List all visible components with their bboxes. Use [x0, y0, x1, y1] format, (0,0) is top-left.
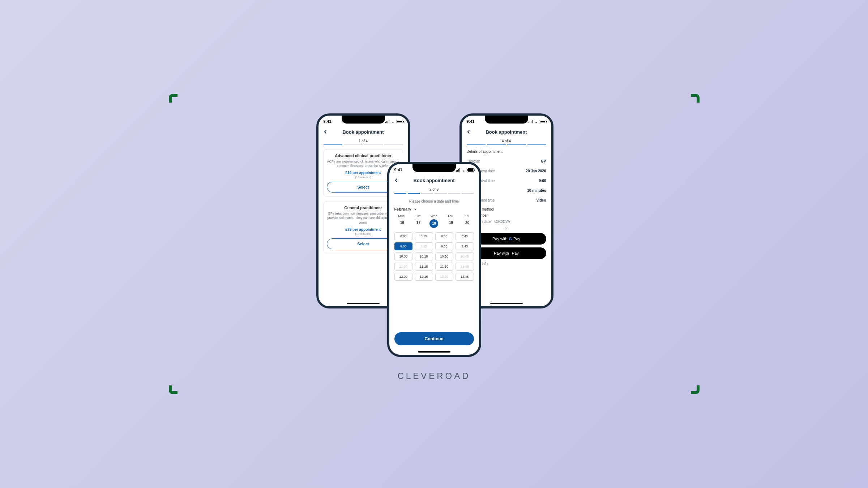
pay-suffix: Pay [512, 251, 519, 255]
phone-step2: 9:41 Book appointment 2 of 6 Please choo… [387, 162, 481, 357]
page-title: Book appointment [394, 178, 474, 183]
section-heading: Details of appointment [467, 150, 546, 154]
page-title: Book appointment [467, 129, 546, 135]
statusbar-icons [385, 120, 403, 123]
time-slot[interactable]: 11:15 [415, 263, 433, 271]
progress: 4 of 4 [462, 136, 551, 146]
time-slot[interactable]: 9:30 [435, 242, 454, 250]
detail-label: Clinician [467, 159, 541, 163]
progress-bar [467, 144, 546, 145]
mockup-stage: 9:41 Book appointment 1 of 4 Advanced cl… [171, 96, 697, 392]
home-indicator [347, 303, 380, 304]
time-slot[interactable]: 8:45 [456, 232, 474, 240]
detail-value: 9:00 [539, 179, 546, 183]
time-slot[interactable]: 8:15 [415, 232, 433, 240]
progress: 1 of 4 [318, 136, 408, 146]
detail-value: 10 minutes [527, 189, 546, 193]
calendar-day[interactable]: 19 [449, 219, 452, 228]
time-slot[interactable]: 9:45 [456, 242, 474, 250]
appbar: Book appointment [389, 176, 479, 185]
continue-button[interactable]: Continue [394, 332, 474, 345]
chevron-down-icon [414, 207, 417, 211]
detail-value: GP [541, 159, 546, 163]
signal-icon [456, 168, 460, 172]
calendar-day[interactable]: 17 [416, 219, 419, 228]
progress: 2 of 6 [389, 185, 479, 194]
statusbar-time: 9:41 [467, 119, 475, 124]
card-desc: ACPs are experienced clinicians who can … [327, 159, 400, 168]
calendar-day[interactable]: 16 [400, 219, 403, 228]
progress-bar [394, 193, 474, 194]
frame-corner [169, 94, 178, 103]
hint-text: Please choose a date and time [394, 199, 474, 203]
wifi-icon [391, 120, 395, 123]
time-slot: 10:45 [456, 252, 474, 260]
frame-corner [691, 385, 700, 394]
weekday-label: Wed [427, 214, 441, 218]
signal-icon [529, 120, 533, 123]
statusbar-time: 9:41 [394, 168, 402, 172]
appbar: Book appointment [318, 127, 408, 136]
progress-bar [324, 144, 403, 145]
google-logo-icon: G [509, 237, 512, 241]
time-slot[interactable]: 9:00 [394, 242, 413, 250]
calendar-day[interactable]: 20 [465, 219, 468, 228]
pay-prefix: Pay with [492, 237, 508, 241]
weekday-label: Thu [443, 214, 458, 218]
statusbar-icons [456, 168, 474, 172]
back-icon[interactable] [465, 129, 472, 135]
step-label: 4 of 4 [467, 139, 546, 143]
time-slot: 9:15 [415, 242, 433, 250]
time-slot[interactable]: 12:45 [456, 273, 474, 281]
back-icon[interactable] [322, 129, 329, 135]
detail-row: ClinicianGP [467, 156, 546, 166]
appbar: Book appointment [462, 127, 551, 136]
time-slot[interactable]: 12:15 [415, 273, 433, 281]
page-title: Book appointment [324, 129, 403, 135]
pay-prefix: Pay with [494, 251, 509, 255]
time-slot[interactable]: 12:00 [394, 273, 413, 281]
brand-logo: CLEVEROAD [397, 371, 470, 381]
home-indicator [490, 303, 523, 304]
time-slot[interactable]: 8:30 [435, 232, 454, 240]
cvv-label: CSC/CVV [494, 220, 510, 224]
signal-icon [385, 120, 389, 123]
card-title: Advanced clinical practitioner [327, 154, 400, 158]
time-slot: 11:45 [456, 263, 474, 271]
time-slot[interactable]: 10:30 [435, 252, 454, 260]
time-slot[interactable]: 10:15 [415, 252, 433, 260]
notch [342, 116, 385, 124]
time-slot[interactable]: 8:00 [394, 232, 413, 240]
wifi-icon [534, 120, 538, 123]
calendar-days: 1617181920 [394, 219, 474, 228]
weekday-label: Tue [411, 214, 425, 218]
step-label: 1 of 4 [324, 139, 403, 143]
wifi-icon [462, 168, 466, 172]
statusbar-icons [529, 120, 546, 123]
time-slots: 8:008:158:308:459:009:159:309:4510:0010:… [394, 232, 474, 281]
detail-value: 20 Jan 2020 [526, 169, 546, 173]
calendar-weekdays: MonTueWedThuFri [394, 214, 474, 218]
step-label: 2 of 6 [394, 187, 474, 191]
detail-value: Video [536, 198, 546, 202]
home-indicator [418, 351, 450, 353]
battery-icon [467, 168, 474, 172]
content: Please choose a date and time February M… [389, 194, 479, 284]
notch [485, 116, 528, 124]
time-slot[interactable]: 10:00 [394, 252, 413, 260]
month-label: February [394, 207, 411, 211]
frame-corner [169, 385, 178, 394]
back-icon[interactable] [393, 177, 399, 183]
battery-icon [397, 120, 403, 123]
calendar-day[interactable]: 18 [429, 219, 438, 228]
time-slot[interactable]: 11:30 [435, 263, 454, 271]
statusbar-time: 9:41 [324, 119, 332, 124]
battery-icon [540, 120, 546, 123]
time-slot: 12:30 [435, 273, 454, 281]
pay-suffix: Pay [513, 237, 520, 241]
weekday-label: Mon [394, 214, 409, 218]
time-slot: 11:00 [394, 263, 413, 271]
weekday-label: Fri [459, 214, 474, 218]
month-selector[interactable]: February [394, 207, 474, 211]
frame-corner [691, 94, 700, 103]
